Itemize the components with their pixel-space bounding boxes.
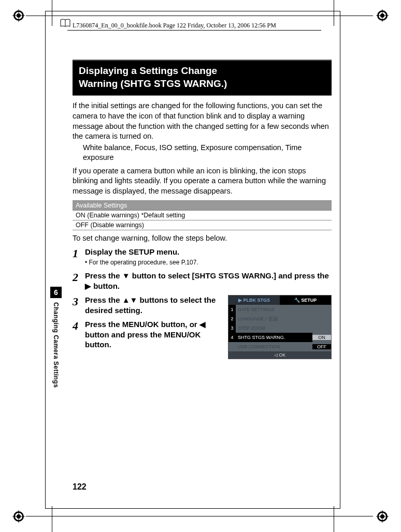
registration-mark-icon: [376, 510, 389, 523]
crop-mark: [52, 506, 52, 532]
step-number: 2: [73, 271, 85, 283]
cam-row-label: SHTG STGS WARNG.: [236, 333, 312, 342]
registration-mark-icon: [376, 9, 389, 22]
intro-paragraph-1: If the initial settings are changed for …: [73, 101, 332, 141]
step-2: 2 Press the ▼ button to select [SHTG STG…: [73, 271, 332, 291]
cam-row-index: 3: [228, 323, 236, 333]
steps-list: 1 Display the SETUP menu. • For the oper…: [73, 247, 332, 359]
chapter-label: Changing Camera Settings: [50, 298, 62, 388]
chapter-tab: 6 Changing Camera Settings: [50, 287, 62, 388]
step-3: 3 Press the ▲▼ buttons to select the des…: [73, 295, 223, 315]
step-body: Press the MENU/OK button, or ◀ button an…: [85, 319, 223, 350]
step-with-screenshot: 3 Press the ▲▼ buttons to select the des…: [73, 295, 332, 359]
step-title: Display the SETUP menu.: [85, 247, 179, 256]
cam-row-index: 2: [228, 314, 236, 323]
cam-tab-setup: 🔧 SETUP: [280, 295, 331, 305]
table-row: OFF (Disable warnings): [73, 220, 332, 230]
step-sub: • For the operating procedure, see P.107…: [85, 259, 198, 267]
step-number: 3: [73, 295, 85, 307]
right-arrow-icon: ▶: [85, 282, 91, 290]
cam-row: 3 STEP ZOOM: [228, 323, 331, 333]
cam-row: 1 DATE SETTINGS: [228, 305, 331, 314]
down-arrow-icon: ▼: [122, 271, 130, 280]
title-line-1: Displaying a Settings Change: [79, 65, 217, 76]
chapter-number: 6: [50, 287, 62, 298]
cam-row-selected: 4 SHTG STGS WARNG. ON: [228, 333, 331, 342]
cam-row: 2 LANGUAGE／言語: [228, 314, 331, 323]
cam-tab-playback: ▶ PLBK STGS: [228, 295, 280, 305]
section-title: Displaying a Settings Change Warning (SH…: [73, 60, 332, 95]
registration-mark-icon: [12, 510, 25, 523]
cam-tab-label: PLBK STGS: [244, 298, 270, 303]
step-body: Display the SETUP menu. • For the operat…: [85, 247, 198, 267]
step-4: 4 Press the MENU/OK button, or ◀ button …: [73, 319, 223, 350]
step-number: 4: [73, 319, 85, 332]
table-row: ON (Enable warnings) *Default setting: [73, 211, 332, 220]
cam-footer: ◁ OK: [228, 351, 331, 359]
lead-text: To set change warning, follow the steps …: [73, 233, 332, 244]
cam-row-value: OFF: [312, 344, 331, 349]
cam-row: USB CONNECTION OFF: [228, 342, 331, 351]
cam-row-label: STEP ZOOM: [236, 323, 331, 333]
crop-mark: [26, 516, 373, 516]
cam-row-index: 1: [228, 305, 236, 314]
cam-tab-label: SETUP: [301, 298, 317, 303]
title-underline: [73, 95, 332, 96]
crop-mark: [334, 506, 334, 532]
step-text: Press the: [85, 295, 122, 304]
registration-mark-icon: [12, 9, 25, 22]
intro-paragraph-2: If you operate a camera button while an …: [73, 166, 332, 197]
table-header: Available Settings: [73, 201, 332, 211]
cam-row-label: LANGUAGE／言語: [236, 314, 331, 323]
left-arrow-icon: ◀: [199, 320, 206, 329]
step-body: Press the ▲▼ buttons to select the desir…: [85, 295, 223, 315]
cam-row-label: USB CONNECTION: [236, 342, 312, 351]
step-1: 1 Display the SETUP menu. • For the oper…: [73, 247, 332, 267]
step-text: button to select [SHTG STGS WARNG.] and …: [130, 271, 329, 280]
step-text: button and press the MENU/OK button.: [85, 330, 200, 349]
functions-list: White balance, Focus, ISO setting, Expos…: [73, 143, 332, 163]
step-text: Press the MENU/OK button, or: [85, 320, 199, 329]
camera-screenshot: ▶ PLBK STGS 🔧 SETUP 1 DATE SETTINGS 2 LA…: [228, 295, 332, 359]
available-settings-table: Available Settings ON (Enable warnings) …: [73, 200, 332, 230]
step-text: button.: [91, 282, 120, 290]
cam-row-index: 4: [228, 333, 236, 342]
wrench-icon: 🔧: [294, 298, 300, 303]
cam-tabs: ▶ PLBK STGS 🔧 SETUP: [228, 295, 331, 305]
step-text: Press the: [85, 271, 122, 280]
step-body: Press the ▼ button to select [SHTG STGS …: [85, 271, 332, 291]
title-line-2: Warning (SHTG STGS WARNG.): [79, 78, 227, 89]
main-content: Displaying a Settings Change Warning (SH…: [73, 60, 332, 359]
step-number: 1: [73, 247, 85, 259]
page-number: 122: [73, 482, 87, 492]
updown-arrow-icon: ▲▼: [122, 295, 138, 304]
cam-row-label: DATE SETTINGS: [236, 305, 331, 314]
cam-row-value: ON: [312, 335, 331, 340]
